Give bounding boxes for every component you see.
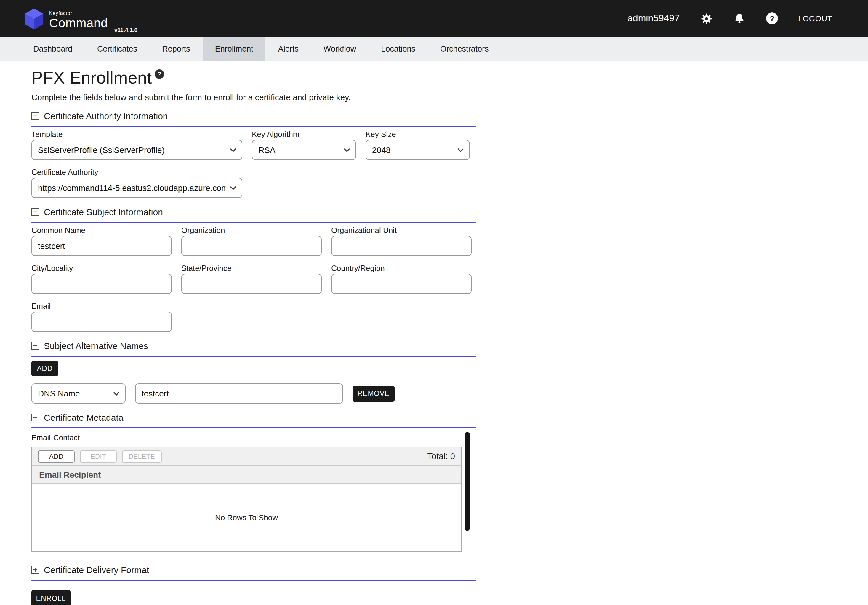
san-row: DNS Name REMOVE: [31, 383, 476, 403]
organizational-unit-label: Organizational Unit: [331, 226, 472, 234]
keyfactor-cube-icon: [24, 8, 44, 29]
metadata-edit-button[interactable]: EDIT: [80, 450, 117, 462]
page-subtitle: Complete the fields below and submit the…: [31, 93, 476, 102]
brand-keyfactor-label: Keyfactor: [49, 11, 108, 16]
section-subject-alternative-names: Subject Alternative Names ADD DNS Name R…: [31, 341, 476, 403]
state-label: State/Province: [181, 264, 322, 272]
organizational-unit-input[interactable]: [331, 236, 472, 256]
san-remove-button[interactable]: REMOVE: [353, 385, 395, 402]
app-root: Keyfactor Command v11.4.1.0 admin59497: [0, 0, 868, 605]
key-algorithm-field: Key Algorithm RSA: [252, 130, 356, 160]
brand-text: Keyfactor Command: [49, 7, 108, 29]
collapse-minus-icon[interactable]: [31, 342, 39, 350]
key-size-select[interactable]: 2048: [366, 140, 470, 160]
brand-logo[interactable]: Keyfactor Command v11.4.1.0: [24, 0, 108, 37]
key-size-field: Key Size 2048: [366, 130, 470, 160]
section-certificate-subject-information: Certificate Subject Information Common N…: [31, 207, 476, 332]
key-algorithm-select-value: RSA: [258, 145, 340, 155]
section-header: Subject Alternative Names: [31, 341, 476, 357]
metadata-total-count: Total: 0: [428, 451, 455, 461]
chevron-down-icon: [113, 391, 120, 396]
section-header: Certificate Delivery Format: [31, 565, 476, 581]
subject-row-1: Common Name Organization Organizational …: [31, 226, 476, 256]
nav-orchestrators[interactable]: Orchestrators: [428, 37, 501, 61]
nav-certificates[interactable]: Certificates: [85, 37, 150, 61]
template-select[interactable]: SslServerProfile (SslServerProfile): [31, 140, 242, 160]
organization-input[interactable]: [181, 236, 322, 256]
certificate-authority-field: Certificate Authority https://command114…: [31, 168, 242, 198]
help-icon[interactable]: ?: [766, 12, 778, 24]
metadata-grid: ADD EDIT DELETE Total: 0 Email Recipient…: [31, 447, 462, 552]
nav-locations[interactable]: Locations: [369, 37, 428, 61]
logout-button[interactable]: LOGOUT: [798, 14, 832, 23]
section-certificate-metadata: Certificate Metadata Email-Contact ADD E…: [31, 413, 476, 552]
san-value-input[interactable]: [135, 383, 343, 403]
san-value-wrap: [135, 383, 343, 403]
collapse-minus-icon[interactable]: [31, 112, 39, 120]
settings-gear-icon[interactable]: [700, 12, 713, 25]
metadata-delete-button[interactable]: DELETE: [122, 450, 161, 462]
city-input[interactable]: [31, 274, 172, 294]
nav-dashboard[interactable]: Dashboard: [21, 37, 85, 61]
top-header: Keyfactor Command v11.4.1.0 admin59497: [0, 0, 868, 37]
organization-field: Organization: [181, 226, 322, 256]
metadata-empty-message: No Rows To Show: [215, 513, 278, 522]
section-header: Certificate Authority Information: [31, 111, 476, 127]
section-title: Subject Alternative Names: [44, 341, 148, 351]
chevron-down-icon: [344, 148, 350, 152]
metadata-grid-toolbar: ADD EDIT DELETE Total: 0: [32, 447, 461, 466]
chevron-down-icon: [457, 148, 464, 152]
key-algorithm-label: Key Algorithm: [252, 130, 356, 138]
main-nav: Dashboard Certificates Reports Enrollmen…: [0, 37, 868, 61]
metadata-column-header[interactable]: Email Recipient: [32, 466, 461, 484]
nav-enrollment[interactable]: Enrollment: [203, 37, 266, 61]
metadata-add-button[interactable]: ADD: [38, 450, 74, 462]
email-label: Email: [31, 302, 172, 310]
expand-plus-icon[interactable]: [31, 566, 39, 574]
certificate-authority-select-value: https://command114-5.eastus2.cloudapp.az…: [38, 183, 226, 192]
common-name-label: Common Name: [31, 226, 172, 234]
state-field: State/Province: [181, 264, 322, 294]
nav-reports[interactable]: Reports: [150, 37, 203, 61]
collapse-minus-icon[interactable]: [31, 208, 39, 216]
country-input[interactable]: [331, 274, 472, 294]
section-title: Certificate Subject Information: [44, 207, 163, 217]
certificate-authority-label: Certificate Authority: [31, 168, 242, 176]
nav-workflow[interactable]: Workflow: [311, 37, 369, 61]
common-name-input[interactable]: [31, 236, 172, 256]
city-label: City/Locality: [31, 264, 172, 272]
email-input[interactable]: [31, 312, 172, 332]
section-header: Certificate Metadata: [31, 413, 476, 428]
username-label: admin59497: [628, 13, 680, 24]
page-title: PFX Enrollment: [31, 68, 152, 88]
enroll-button[interactable]: ENROLL: [31, 590, 71, 605]
template-label: Template: [31, 130, 242, 138]
metadata-scrollbar[interactable]: [465, 432, 470, 531]
section-title: Certificate Authority Information: [44, 111, 168, 121]
subject-row-2: City/Locality State/Province Country/Reg…: [31, 264, 476, 294]
metadata-grid-wrap: ADD EDIT DELETE Total: 0 Email Recipient…: [31, 447, 462, 552]
common-name-field: Common Name: [31, 226, 172, 256]
certificate-authority-select[interactable]: https://command114-5.eastus2.cloudapp.az…: [31, 178, 242, 198]
nav-alerts[interactable]: Alerts: [266, 37, 311, 61]
state-input[interactable]: [181, 274, 322, 294]
header-actions: admin59497: [628, 12, 832, 25]
ca-row-2: Certificate Authority https://command114…: [31, 168, 476, 198]
country-label: Country/Region: [331, 264, 472, 272]
key-size-label: Key Size: [366, 130, 470, 138]
template-field: Template SslServerProfile (SslServerProf…: [31, 130, 242, 160]
chevron-down-icon: [230, 186, 236, 190]
san-type-select-value: DNS Name: [38, 389, 110, 398]
page-title-row: PFX Enrollment ?: [31, 68, 476, 88]
brand-command-label: Command: [49, 17, 108, 29]
section-header: Certificate Subject Information: [31, 207, 476, 223]
chevron-down-icon: [230, 148, 236, 152]
page-help-icon[interactable]: ?: [155, 69, 164, 79]
san-add-button[interactable]: ADD: [31, 361, 58, 376]
san-type-select[interactable]: DNS Name: [31, 383, 126, 403]
notifications-bell-icon[interactable]: [733, 12, 746, 25]
key-algorithm-select[interactable]: RSA: [252, 140, 356, 160]
metadata-field-label: Email-Contact: [31, 433, 476, 442]
collapse-minus-icon[interactable]: [31, 414, 39, 421]
section-certificate-authority-information: Certificate Authority Information Templa…: [31, 111, 476, 198]
